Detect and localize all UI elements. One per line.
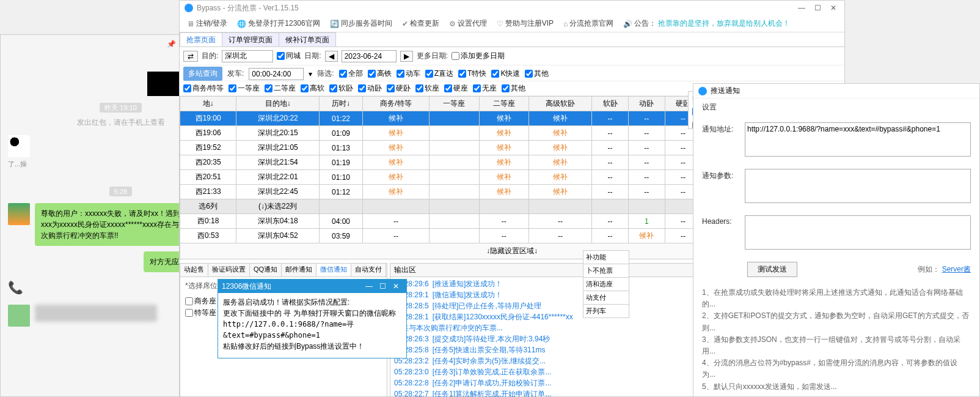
seat-sw[interactable]: 商务/特等 (183, 83, 224, 94)
filter-z[interactable]: Z直达 (425, 69, 453, 79)
seat-rz[interactable]: 软座 (415, 83, 439, 94)
timestamp: 昨天 19:10 (100, 103, 142, 113)
speaker-icon: 🔊 (623, 20, 632, 28)
vip-button[interactable]: ♡赞助与注册VIP (493, 18, 557, 29)
avatar[interactable] (8, 203, 30, 225)
example-label: 例如： Server酱 (918, 264, 971, 275)
filter-g[interactable]: 高铁 (368, 69, 392, 79)
wechat-notify-dialog: 12306微信通知 — ☐ ✕ 服务器启动成功！请根据实际情况配置: 更改下面链… (218, 279, 407, 358)
check-update-button[interactable]: ✔检查更新 (398, 18, 443, 29)
lower-tab[interactable]: 微信通知 (316, 264, 351, 276)
settings-section-label: 设置 (693, 98, 979, 116)
seat-dw[interactable]: 动卧 (358, 83, 382, 94)
test-send-button[interactable]: 测试发送 (747, 262, 797, 277)
avatar[interactable] (8, 135, 30, 157)
dest-input[interactable] (222, 50, 273, 62)
sync-time-button[interactable]: 🔄同步服务器时间 (326, 18, 396, 29)
maximize-icon[interactable]: ☐ (376, 282, 389, 291)
add-date-checkbox[interactable]: 添加更多日期 (452, 51, 505, 61)
open-12306-button[interactable]: 🌐免登录打开12306官网 (233, 18, 323, 29)
table-header[interactable]: 商务/特等 (362, 97, 429, 111)
table-header[interactable]: 软卧 (592, 97, 629, 111)
seat-rw[interactable]: 软卧 (329, 83, 353, 94)
lower-tab[interactable]: 邮件通知 (282, 264, 316, 276)
table-header[interactable]: 一等座 (430, 97, 479, 111)
filter-all[interactable]: 全部 (339, 69, 363, 79)
depart-time-select[interactable] (249, 68, 304, 80)
tab-grab[interactable]: 抢票页面 (180, 32, 222, 46)
table-header[interactable]: 目的地↓ (236, 97, 320, 111)
close-icon[interactable]: ✕ (389, 282, 403, 291)
dialog-title: 12306微信通知 (222, 281, 271, 292)
tab-orders[interactable]: 订单管理页面 (222, 32, 279, 46)
lower-tab[interactable]: 动起售 (180, 264, 208, 276)
option-item[interactable]: 卜不抢票 (583, 264, 629, 278)
table-header[interactable]: 高级软卧 (529, 97, 592, 111)
headers-input[interactable] (745, 215, 971, 250)
date-prev-button[interactable]: ◀ (325, 51, 338, 62)
globe-icon: 🌐 (237, 20, 246, 28)
date-label: 日期: (304, 51, 321, 61)
minimize-icon[interactable]: — (795, 4, 808, 12)
seat-gr[interactable]: 高软 (301, 83, 324, 94)
params-input[interactable] (745, 169, 971, 203)
seat-wz[interactable]: 无座 (473, 83, 497, 94)
filter-k[interactable]: K快速 (491, 69, 520, 79)
option-item[interactable]: 动支付 (583, 291, 629, 305)
date-next-button[interactable]: ▶ (400, 51, 413, 62)
seat-select-label: *选择席位: (185, 281, 219, 291)
filter-t[interactable]: T特快 (458, 69, 486, 79)
lower-tab[interactable]: QQ通知 (250, 264, 282, 276)
seat-yz[interactable]: 硬座 (444, 83, 468, 94)
heart-icon: ♡ (497, 20, 503, 28)
seat-other[interactable]: 其他 (502, 83, 525, 94)
table-header[interactable]: 历时↓ (320, 97, 363, 111)
same-city-checkbox[interactable]: 同城 (277, 51, 301, 61)
main-tabs: 抢票页面 订单管理页面 候补订单页面 (180, 32, 844, 47)
message-bubble: 尊敬的用户：xxxxxx失败，请及时xx！遇到的xxx为xxxxx民身份证xxx… (35, 203, 194, 246)
option-item[interactable]: 清和选座 (583, 277, 629, 291)
search-row: ⇄ 目的: 同城 日期: ◀ ▶ 更多日期: 添加更多日期 (180, 47, 844, 65)
timestamp: 5:28 (109, 187, 132, 196)
chevron-down-icon[interactable]: ▾ (309, 70, 312, 78)
date-input[interactable] (342, 50, 397, 62)
multi-station-button[interactable]: 多站查询 (183, 67, 222, 81)
seat-1[interactable]: 一等座 (229, 83, 260, 94)
lower-tab[interactable]: 验证码设置 (208, 264, 250, 276)
addr-label: 通知地址: (702, 122, 739, 135)
avatar[interactable] (8, 305, 30, 327)
proxy-button[interactable]: ⚙设置代理 (445, 18, 491, 29)
maximize-icon[interactable]: ☐ (811, 4, 824, 12)
example-link[interactable]: Server酱 (942, 265, 971, 273)
option-item[interactable]: 补功能 (583, 250, 629, 264)
lower-tab[interactable]: 自动支付 (351, 264, 386, 276)
addr-input[interactable]: http://127.0.0.1:9688/?name=xxx&text=#by… (745, 122, 971, 157)
pin-icon[interactable]: 📌 (165, 40, 177, 48)
close-icon[interactable]: ✕ (827, 4, 839, 12)
seat-2[interactable]: 二等座 (265, 83, 296, 94)
table-header[interactable]: 动卧 (628, 97, 665, 111)
dialog-body: 服务器启动成功！请根据实际情况配置: 更改下面链接中的 寻 为单独打开聊天窗口的… (218, 293, 406, 355)
filter-label: 筛选: (317, 69, 334, 79)
official-site-button[interactable]: ⌂分流抢票官网 (560, 18, 617, 29)
minimize-icon[interactable]: — (362, 282, 376, 291)
depart-label: 发车: (227, 69, 244, 79)
filter-other[interactable]: 其他 (525, 69, 549, 79)
table-header[interactable]: 二等座 (479, 97, 528, 111)
login-button[interactable]: 🖥注销/登录 (183, 18, 231, 29)
sync-icon: 🔄 (330, 20, 339, 28)
swap-button[interactable]: ⇄ (183, 51, 198, 62)
headers-label: Headers: (702, 215, 739, 226)
app-logo-icon (185, 4, 193, 12)
push-notify-panel: 推送通知 设置 通知地址: http://127.0.0.1:9688/?nam… (693, 83, 980, 397)
bypass-titlebar: Bypass - 分流抢票 - Ver1.15.15 — ☐ ✕ (180, 1, 844, 15)
filter-d[interactable]: 动车 (397, 69, 420, 79)
blurred-message (35, 305, 157, 322)
announcement: 🔊公告：抢票靠的是坚持，放弃就是给别人机会！ (620, 18, 794, 29)
panel-title: 推送通知 (711, 86, 740, 96)
dest-label: 目的: (202, 51, 218, 61)
tab-waitlist[interactable]: 候补订单页面 (279, 32, 336, 46)
option-item[interactable]: 开列车 (583, 304, 629, 318)
seat-yw[interactable]: 硬卧 (387, 83, 411, 94)
table-header[interactable]: 地↓ (180, 97, 236, 111)
